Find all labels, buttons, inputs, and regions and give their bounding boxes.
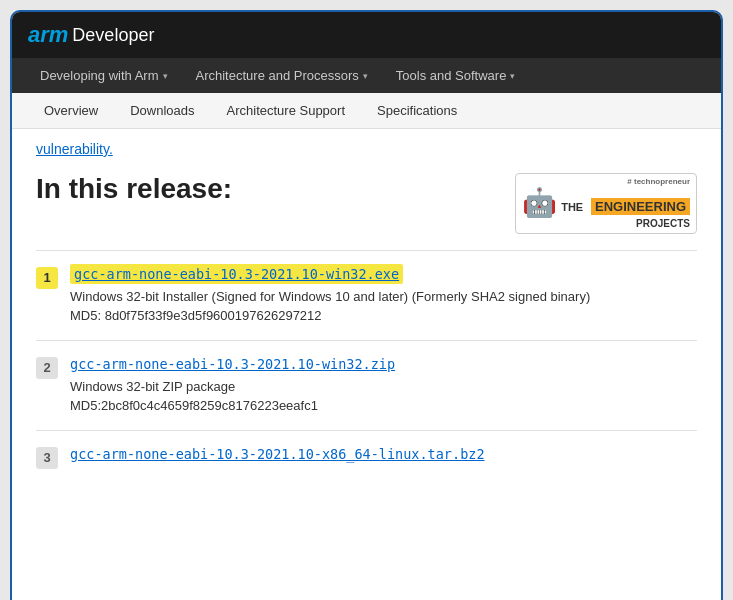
item-number: 1 [36, 267, 58, 289]
badge-the: THE [561, 201, 583, 213]
in-this-release-heading: In this release: [36, 173, 232, 205]
chevron-down-icon: ▾ [363, 71, 368, 81]
sub-nav-specifications[interactable]: Specifications [361, 93, 473, 128]
item-content: gcc-arm-none-eabi-10.3-2021.10-win32.exe… [70, 265, 697, 326]
in-this-release-section: In this release: 🤖 # technopreneur THE E… [36, 165, 697, 250]
item-filename[interactable]: gcc-arm-none-eabi-10.3-2021.10-win32.exe [70, 264, 403, 284]
badge-projects: PROJECTS [561, 218, 690, 229]
release-item-1: 1gcc-arm-none-eabi-10.3-2021.10-win32.ex… [36, 250, 697, 340]
item-number: 2 [36, 357, 58, 379]
main-content: vulnerability. In this release: 🤖 # tech… [12, 129, 721, 507]
chevron-down-icon: ▾ [510, 71, 515, 81]
engineering-badge: 🤖 # technopreneur THE ENGINEERING PROJEC… [515, 173, 697, 234]
nav-item-developing[interactable]: Developing with Arm ▾ [28, 58, 180, 93]
release-item-3: 3gcc-arm-none-eabi-10.3-2021.10-x86_64-l… [36, 430, 697, 483]
item-md5: MD5: 8d0f75f33f9e3d5f9600197626297212 [70, 306, 697, 326]
item-content: gcc-arm-none-eabi-10.3-2021.10-win32.zip… [70, 355, 697, 416]
release-list: 1gcc-arm-none-eabi-10.3-2021.10-win32.ex… [36, 250, 697, 483]
badge-engineering: ENGINEERING [591, 198, 690, 215]
chevron-down-icon: ▾ [163, 71, 168, 81]
logo-arm: arm [28, 22, 68, 48]
logo-developer: Developer [72, 25, 154, 46]
sub-nav-downloads[interactable]: Downloads [114, 93, 210, 128]
sub-nav: Overview Downloads Architecture Support … [12, 93, 721, 129]
release-item-2: 2gcc-arm-none-eabi-10.3-2021.10-win32.zi… [36, 340, 697, 430]
item-content: gcc-arm-none-eabi-10.3-2021.10-x86_64-li… [70, 445, 697, 463]
item-number: 3 [36, 447, 58, 469]
vulnerability-link[interactable]: vulnerability. [36, 129, 697, 165]
item-md5: MD5:2bc8f0c4c4659f8259c8176223eeafc1 [70, 396, 697, 416]
browser-frame: arm Developer Developing with Arm ▾ Arch… [10, 10, 723, 600]
sub-nav-arch-support[interactable]: Architecture Support [211, 93, 362, 128]
nav-item-tools[interactable]: Tools and Software ▾ [384, 58, 528, 93]
item-description: Windows 32-bit Installer (Signed for Win… [70, 287, 697, 307]
badge-text: # technopreneur THE ENGINEERING PROJECTS [561, 178, 690, 229]
nav-item-architecture[interactable]: Architecture and Processors ▾ [184, 58, 380, 93]
badge-technopreneur: # technopreneur [561, 178, 690, 187]
item-filename[interactable]: gcc-arm-none-eabi-10.3-2021.10-x86_64-li… [70, 446, 485, 462]
sub-nav-overview[interactable]: Overview [28, 93, 114, 128]
item-description: Windows 32-bit ZIP package [70, 377, 697, 397]
top-navbar: arm Developer [12, 12, 721, 58]
robot-icon: 🤖 [522, 189, 557, 217]
main-nav: Developing with Arm ▾ Architecture and P… [12, 58, 721, 93]
item-filename[interactable]: gcc-arm-none-eabi-10.3-2021.10-win32.zip [70, 356, 395, 372]
